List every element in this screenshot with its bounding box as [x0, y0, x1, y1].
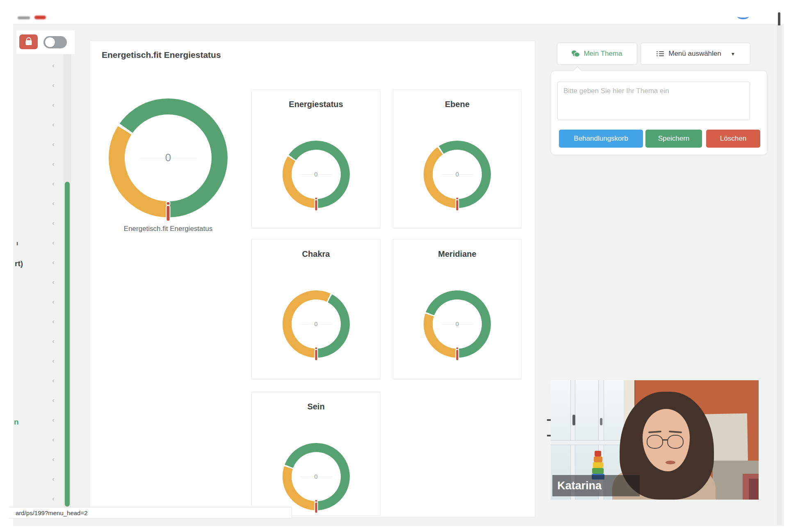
gauge-card-chakra: Chakra 0 — [251, 239, 381, 379]
gauge-meridiane: 0 — [424, 290, 491, 358]
collapse-chevron-icon[interactable]: ‹ — [48, 475, 58, 495]
sidebar-toggle[interactable] — [43, 36, 67, 48]
sidebar-scrollbar-thumb[interactable] — [65, 182, 70, 507]
gauge-card-sein: Sein 0 — [251, 392, 381, 516]
toggle-knob — [45, 37, 55, 47]
gauge-chakra: 0 — [283, 290, 350, 358]
sidebar-text-fragment: ı — [16, 240, 18, 247]
collapse-chevron-icon[interactable]: ‹ — [48, 298, 58, 317]
gauge-needle-icon — [456, 347, 458, 360]
collapse-chevron-icon[interactable]: ‹ — [48, 377, 58, 396]
card-title: Energiestatus — [252, 100, 380, 109]
behandlungskorb-button[interactable]: Behandlungskorb — [559, 130, 643, 148]
collapse-chevron-icon[interactable]: ‹ — [48, 140, 58, 160]
sidebar-collapse-chevrons: ‹‹‹‹‹‹‹‹‹‹‹‹‹‹‹‹‹‹‹‹‹‹‹ — [48, 62, 58, 514]
collapse-chevron-icon[interactable]: ‹ — [48, 199, 58, 219]
collapse-chevron-icon[interactable]: ‹ — [48, 160, 58, 180]
collapse-chevron-icon[interactable]: ‹ — [48, 180, 58, 199]
participant-name-tag: Katarina Matthes — [552, 475, 640, 496]
gauge-sein: 0 — [283, 443, 350, 510]
topbar-red-fragment — [34, 16, 46, 19]
card-title: Ebene — [393, 100, 521, 109]
menu-select-label: Menü auswählen — [668, 50, 721, 58]
collapse-chevron-icon[interactable]: ‹ — [48, 81, 58, 101]
gauge-card-energiestatus: Energiestatus 0 — [251, 89, 381, 228]
browser-scrollbar-track[interactable] — [777, 25, 782, 525]
loeschen-button[interactable]: Löschen — [706, 130, 760, 148]
collapse-chevron-icon[interactable]: ‹ — [48, 455, 58, 475]
gauge-needle-icon — [167, 202, 170, 221]
gauge-ebene: 0 — [424, 141, 491, 208]
thema-input[interactable] — [557, 82, 750, 120]
gauge-needle-icon — [315, 500, 317, 513]
gauge-value: 0 — [283, 320, 350, 327]
collapse-chevron-icon[interactable]: ‹ — [48, 396, 58, 416]
chat-bubbles-icon — [572, 50, 580, 57]
chevron-down-icon: ▾ — [732, 50, 734, 57]
thema-popup: Behandlungskorb Speichern Löschen — [551, 71, 767, 155]
glasses-icon — [647, 435, 663, 449]
gauge-value: 0 — [283, 171, 350, 178]
gauge-value: 0 — [424, 171, 491, 178]
gauge-card-ebene: Ebene 0 — [393, 89, 522, 228]
mein-thema-label: Mein Thema — [584, 50, 622, 58]
speichern-button[interactable]: Speichern — [645, 130, 702, 148]
gauge-needle-icon — [315, 198, 317, 210]
collapse-chevron-icon[interactable]: ‹ — [48, 239, 58, 258]
gauge-needle-icon — [456, 198, 458, 210]
gauge-value: 0 — [283, 473, 350, 480]
gauge-value: 0 — [109, 151, 228, 164]
collapse-chevron-icon[interactable]: ‹ — [48, 278, 58, 298]
status-url-text: ard/ps/199?menu_head=2 — [16, 509, 88, 516]
card-title: Chakra — [252, 249, 380, 259]
collapse-chevron-icon[interactable]: ‹ — [48, 416, 58, 436]
sidebar-text-fragment: n — [14, 418, 19, 427]
gauge-needle-icon — [315, 347, 317, 360]
menu-select-button[interactable]: Menü auswählen ▾ — [641, 43, 750, 65]
avatar-icon-partial[interactable] — [737, 14, 749, 19]
collapse-chevron-icon[interactable]: ‹ — [48, 436, 58, 455]
gauge-energiestatus: 0 — [283, 141, 350, 208]
card-title: Meridiane — [393, 249, 521, 259]
list-icon — [657, 51, 664, 57]
collapse-chevron-icon[interactable]: ‹ — [48, 317, 58, 337]
collapse-chevron-icon[interactable]: ‹ — [48, 101, 58, 121]
card-title: Sein — [252, 402, 380, 411]
collapse-chevron-icon[interactable]: ‹ — [48, 219, 58, 239]
collapse-chevron-icon[interactable]: ‹ — [48, 337, 58, 357]
page-title: Energetisch.fit Energiestatus — [102, 50, 221, 60]
gauge-caption: Energetisch.fit Energiestatus — [103, 225, 234, 233]
gauge-value: 0 — [424, 320, 491, 327]
gauge-energiestatus-main: 0 — [109, 98, 228, 217]
status-url-bar: ard/ps/199?menu_head=2 — [9, 507, 292, 518]
collapse-chevron-icon[interactable]: ‹ — [48, 62, 58, 81]
topbar-text-fragment — [18, 16, 30, 19]
gauge-card-meridiane: Meridiane 0 — [393, 239, 522, 379]
collapse-chevron-icon[interactable]: ‹ — [48, 357, 58, 377]
sidebar-text-fragment: rt) — [15, 259, 23, 268]
mein-thema-button[interactable]: Mein Thema — [557, 43, 637, 65]
window-handle — [572, 415, 575, 425]
app-window: ‹‹‹‹‹‹‹‹‹‹‹‹‹‹‹‹‹‹‹‹‹‹‹ ı rt) n Energeti… — [0, 0, 798, 532]
collapse-chevron-icon[interactable]: ‹ — [48, 258, 58, 278]
lock-button[interactable] — [19, 34, 38, 49]
webcam-overlay: Katarina Matthes — [551, 380, 759, 500]
collapse-chevron-icon[interactable]: ‹ — [48, 121, 58, 140]
